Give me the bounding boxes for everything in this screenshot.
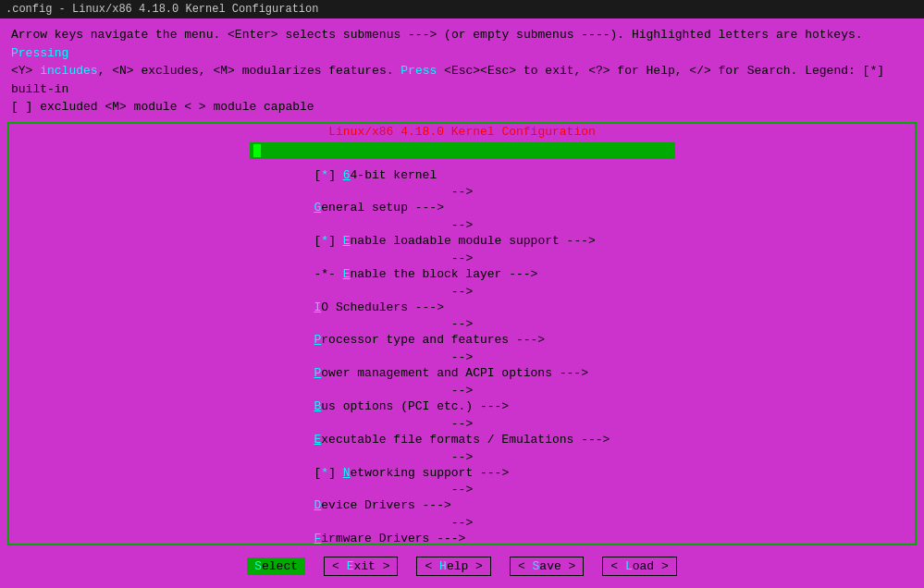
menu-item-loadable[interactable]: [*] Enable loadable module support ---> (92, 232, 832, 251)
save-button[interactable]: < Save > (510, 557, 584, 576)
bottom-bar: Select < Exit > < Help > < Save > < Load… (4, 547, 920, 584)
help-text-area: Arrow keys navigate the menu. <Enter> se… (4, 22, 920, 120)
menu-area: [*] 64-bit kernel --> General setup --->… (9, 133, 915, 546)
title-bar: .config - Linux/x86 4.18.0 Kernel Config… (0, 0, 924, 18)
title-text: .config - Linux/x86 4.18.0 Kernel Config… (6, 3, 318, 16)
main-panel: Linux/x86 4.18.0 Kernel Configuration [*… (7, 122, 917, 546)
help-line2: <Y> includes, <N> excludes, <M> modulari… (11, 62, 913, 98)
select-button[interactable]: Select (247, 557, 305, 575)
exit-button[interactable]: < Exit > (324, 557, 398, 576)
pressing-highlight: Pressing (11, 46, 68, 60)
load-button[interactable]: < Load > (602, 557, 676, 576)
menu-item-firmware[interactable]: Firmware Drivers ---> (92, 530, 832, 545)
menu-item-iosched[interactable]: IO Schedulers ---> (92, 299, 832, 318)
menu-item-general[interactable]: General setup ---> (92, 199, 832, 218)
help-line1: Arrow keys navigate the menu. <Enter> se… (11, 26, 913, 62)
menu-item-processor[interactable]: Processor type and features ---> (92, 331, 832, 350)
includes-highlight: includes (40, 64, 97, 78)
menu-item-drivers[interactable]: Device Drivers ---> (92, 496, 832, 516)
search-cursor (253, 144, 261, 157)
menu-item-net[interactable]: [*] Networking support ---> (92, 464, 832, 484)
press-highlight: Press (400, 64, 437, 78)
search-bar (250, 142, 675, 159)
menu-item-bus[interactable]: Bus options (PCI etc.) ---> (92, 398, 832, 417)
menu-item-64bit[interactable]: [*] 64-bit kernel (92, 166, 832, 186)
help-button[interactable]: < Help > (416, 557, 490, 576)
panel-title: Linux/x86 4.18.0 Kernel Configuration (328, 123, 596, 141)
help-line3: [ ] excluded <M> module < > module capab… (11, 98, 913, 116)
menu-item-block[interactable]: -*- Enable the block layer ---> (92, 265, 832, 285)
menu-item-exec[interactable]: Executable file formats / Emulations ---… (92, 431, 832, 450)
outer-container: Arrow keys navigate the menu. <Enter> se… (0, 18, 924, 588)
menu-item-power[interactable]: Power management and ACPI options ---> (92, 364, 832, 384)
